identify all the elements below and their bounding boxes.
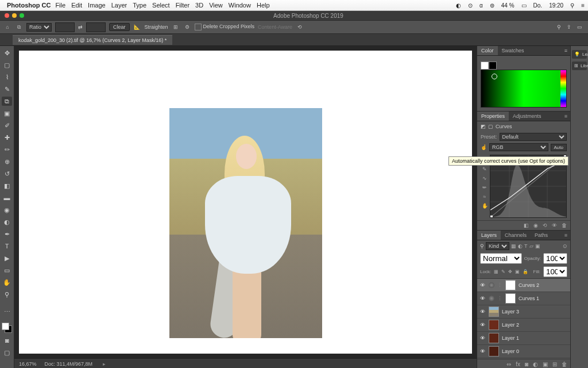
menu-view[interactable]: View xyxy=(209,2,223,9)
menu-image[interactable]: Image xyxy=(88,2,106,9)
filter-toggle[interactable]: ⊙ xyxy=(563,243,567,249)
close-button[interactable] xyxy=(5,13,9,18)
visibility-icon[interactable]: 👁 xyxy=(480,335,486,341)
blend-mode-select[interactable]: Normal xyxy=(480,253,522,264)
doc-size[interactable]: Doc: 311,4M/967,8M xyxy=(45,361,93,367)
tab-adjustments[interactable]: Adjustments xyxy=(509,112,546,121)
zoom-tool[interactable]: ⚲ xyxy=(2,290,12,299)
tab-color[interactable]: Color xyxy=(477,46,498,55)
layer-name[interactable]: Layer 3 xyxy=(502,309,519,315)
layer-thumb[interactable] xyxy=(489,346,499,356)
screen-mode-toggle[interactable]: ▢ xyxy=(2,348,12,357)
layer-name[interactable]: Curves 1 xyxy=(519,296,539,301)
panel-menu-icon[interactable]: ≡ xyxy=(562,46,570,55)
search-icon[interactable]: ⚲ xyxy=(557,24,561,30)
color-cursor[interactable] xyxy=(492,74,497,79)
panel-menu-icon[interactable]: ≡ xyxy=(562,112,570,121)
filter-adj-icon[interactable]: ◐ xyxy=(518,243,523,249)
layer-name[interactable]: Layer 1 xyxy=(502,335,519,341)
hue-slider[interactable] xyxy=(560,70,566,107)
canvas[interactable] xyxy=(14,46,477,358)
wifi-icon[interactable]: ⊚ xyxy=(490,2,494,9)
learn-panel-button[interactable]: 💡Learn xyxy=(572,50,587,59)
channel-select[interactable]: RGB xyxy=(489,143,548,151)
menu-icon[interactable]: ≡ xyxy=(581,2,585,9)
swap-icon[interactable]: ⇄ xyxy=(78,24,83,30)
filter-type-icon[interactable]: T xyxy=(524,243,528,249)
status-icon[interactable]: ◐ xyxy=(456,2,461,9)
layer-mask-thumb[interactable] xyxy=(505,280,516,290)
filter-pixel-icon[interactable]: ▦ xyxy=(511,243,516,249)
auto-target-icon[interactable]: ☝ xyxy=(481,144,487,150)
maximize-button[interactable] xyxy=(20,13,24,18)
ratio-w-input[interactable] xyxy=(55,22,75,32)
layer-thumb[interactable] xyxy=(489,320,499,330)
hand-tool[interactable]: ✋ xyxy=(2,278,12,287)
share-icon[interactable]: ⇪ xyxy=(567,24,571,30)
curve-edit-icon[interactable]: ∿ xyxy=(482,175,487,181)
menu-3d[interactable]: 3D xyxy=(195,2,203,9)
eyedropper-tool[interactable]: ✐ xyxy=(2,121,12,130)
app-name[interactable]: Photoshop CC xyxy=(7,2,51,9)
tab-properties[interactable]: Properties xyxy=(477,112,509,121)
link-layers-icon[interactable]: ⇔ xyxy=(506,361,511,367)
view-previous-icon[interactable]: ◉ xyxy=(533,223,538,228)
menu-edit[interactable]: Edit xyxy=(71,2,82,9)
menu-filter[interactable]: Filter xyxy=(176,2,189,9)
pen-tool[interactable]: ✒ xyxy=(2,229,12,239)
lock-paint-icon[interactable]: ✎ xyxy=(501,269,505,274)
quick-select-tool[interactable]: ✎ xyxy=(2,85,12,94)
pencil-icon[interactable]: ✏ xyxy=(482,185,487,190)
lock-all-icon[interactable]: 🔒 xyxy=(523,269,528,274)
layer-mask-icon[interactable]: ◙ xyxy=(525,361,528,367)
filter-smart-icon[interactable]: ▣ xyxy=(535,243,540,249)
visibility-icon[interactable]: 👁 xyxy=(480,348,486,354)
status-menu-icon[interactable]: ▸ xyxy=(103,361,106,367)
home-icon[interactable]: ⌂ xyxy=(3,23,11,31)
battery-icon[interactable]: ▭ xyxy=(521,2,527,9)
path-select-tool[interactable]: ▶ xyxy=(2,254,12,263)
menu-type[interactable]: Type xyxy=(133,2,146,9)
blur-tool[interactable]: ◉ xyxy=(2,205,12,214)
fill-select[interactable]: 100% xyxy=(543,266,567,277)
document-tab[interactable]: kodak_gold_200_30 (2).tif @ 16,7% (Curve… xyxy=(13,35,172,45)
visibility-icon[interactable]: 👁 xyxy=(480,322,486,328)
curves-graph[interactable]: Automatically correct curves (use Opt fo… xyxy=(490,155,567,218)
menu-help[interactable]: Help xyxy=(257,2,270,9)
quick-mask-toggle[interactable]: ◙ xyxy=(2,336,12,345)
layer-mask-thumb[interactable] xyxy=(505,293,516,304)
visibility-icon[interactable]: 👁 xyxy=(480,296,486,301)
marquee-tool[interactable]: ▢ xyxy=(2,60,12,70)
opacity-select[interactable]: 100% xyxy=(543,253,567,264)
layer-row[interactable]: 👁Layer 2 xyxy=(477,319,570,332)
tab-channels[interactable]: Channels xyxy=(501,231,531,240)
visibility-icon[interactable]: 👁 xyxy=(480,282,486,288)
brush-tool[interactable]: ✏ xyxy=(2,145,12,154)
menu-file[interactable]: File xyxy=(55,2,65,9)
layer-thumb[interactable] xyxy=(489,306,499,317)
tab-paths[interactable]: Paths xyxy=(531,231,552,240)
menu-window[interactable]: Window xyxy=(229,2,251,9)
layer-row[interactable]: 👁⋮Curves 2 xyxy=(477,279,570,292)
search-icon[interactable]: ⚲ xyxy=(570,2,574,9)
minimize-button[interactable] xyxy=(12,13,17,18)
status-icon[interactable]: α xyxy=(479,2,483,9)
type-tool[interactable]: T xyxy=(2,241,12,251)
layer-row[interactable]: 👁Layer 3 xyxy=(477,305,570,319)
preset-select[interactable]: Default xyxy=(500,133,567,141)
lasso-tool[interactable]: ⌇ xyxy=(2,72,12,82)
tab-swatches[interactable]: Swatches xyxy=(498,46,528,55)
gear-icon[interactable]: ⚙ xyxy=(183,23,191,31)
clip-icon[interactable]: ◧ xyxy=(524,223,529,228)
reset-icon[interactable]: ⟲ xyxy=(296,23,304,31)
delete-cropped-checkbox[interactable] xyxy=(195,24,202,30)
panel-menu-icon[interactable]: ≡ xyxy=(562,231,570,240)
visibility-icon[interactable]: 👁 xyxy=(480,309,486,315)
background-color[interactable] xyxy=(489,62,497,70)
layer-filter-select[interactable]: Kind xyxy=(486,242,509,250)
layer-name[interactable]: Curves 2 xyxy=(519,282,539,288)
healing-brush-tool[interactable]: ✚ xyxy=(2,133,12,142)
color-picker[interactable] xyxy=(481,70,567,108)
clear-button[interactable]: Clear xyxy=(109,23,130,31)
straighten-icon[interactable]: 📐 xyxy=(133,23,141,31)
